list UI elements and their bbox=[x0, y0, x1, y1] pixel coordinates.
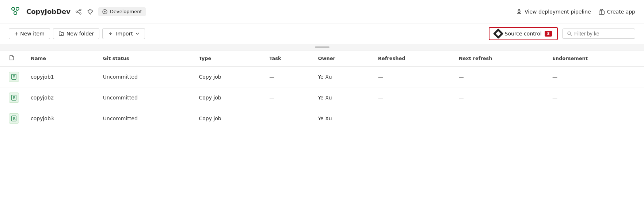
svg-point-6 bbox=[76, 11, 77, 12]
row-endorsement: — bbox=[546, 67, 644, 87]
toolbar: + New item New folder Import bbox=[0, 23, 644, 44]
svg-point-13 bbox=[104, 11, 106, 12]
row-type: Copy job bbox=[193, 87, 263, 108]
row-git-status: Uncommitted bbox=[97, 67, 193, 87]
col-git-status-label: Git status bbox=[103, 56, 129, 61]
svg-point-23 bbox=[568, 32, 571, 35]
svg-line-4 bbox=[15, 10, 18, 12]
col-refreshed-header[interactable]: Refreshed bbox=[372, 50, 453, 67]
row-owner: Ye Xu bbox=[312, 108, 372, 129]
items-table: Name Git status Type Task Owner Refreshe… bbox=[0, 50, 644, 129]
row-next-refresh: — bbox=[453, 87, 546, 108]
row-refreshed: — bbox=[372, 108, 453, 129]
copy-job-icon bbox=[11, 115, 17, 122]
row-next-refresh: — bbox=[453, 67, 546, 87]
row-refreshed: — bbox=[372, 87, 453, 108]
header-left: CopyJobDev De bbox=[9, 5, 146, 18]
chevron-down-icon bbox=[135, 31, 140, 36]
svg-line-9 bbox=[77, 12, 80, 13]
row-git-status: Uncommitted bbox=[97, 87, 193, 108]
col-next-refresh-header[interactable]: Next refresh bbox=[453, 50, 546, 67]
col-task-label: Task bbox=[269, 56, 281, 61]
row-endorsement: — bbox=[546, 87, 644, 108]
col-endorsement-label: Endorsement bbox=[552, 56, 588, 61]
create-app-label: Create app bbox=[607, 9, 635, 15]
workspace-badge[interactable]: Development bbox=[98, 7, 146, 16]
col-name-label: Name bbox=[31, 56, 46, 61]
svg-point-0 bbox=[12, 7, 15, 10]
new-item-button[interactable]: + New item bbox=[9, 28, 50, 39]
app-title: CopyJobDev bbox=[26, 8, 71, 15]
row-name[interactable]: copyjob1 bbox=[25, 67, 97, 87]
row-refreshed: — bbox=[372, 67, 453, 87]
row-icon-cell bbox=[0, 108, 25, 129]
row-task: — bbox=[263, 108, 312, 129]
view-deployment-label: View deployment pipeline bbox=[525, 9, 591, 15]
row-endorsement: — bbox=[546, 108, 644, 129]
row-next-refresh: — bbox=[453, 108, 546, 129]
col-task-header[interactable]: Task bbox=[263, 50, 312, 67]
create-app-link[interactable]: Create app bbox=[598, 8, 635, 15]
file-icon-header bbox=[9, 55, 15, 61]
new-folder-label: New folder bbox=[66, 31, 94, 37]
import-label: Import bbox=[116, 31, 133, 37]
import-button[interactable]: Import bbox=[102, 28, 145, 39]
row-name[interactable]: copyjob2 bbox=[25, 87, 97, 108]
rocket-icon bbox=[516, 8, 522, 15]
col-icon bbox=[0, 50, 25, 67]
new-item-label: + New item bbox=[14, 31, 45, 37]
item-icon bbox=[9, 72, 19, 82]
row-icon-cell bbox=[0, 67, 25, 87]
table-row[interactable]: copyjob2 Uncommitted Copy job — Ye Xu — … bbox=[0, 87, 644, 108]
row-git-status: Uncommitted bbox=[97, 108, 193, 129]
col-owner-label: Owner bbox=[318, 56, 335, 61]
source-control-badge: 3 bbox=[545, 31, 552, 37]
col-name-header[interactable]: Name bbox=[25, 50, 97, 67]
col-next-refresh-label: Next refresh bbox=[459, 56, 492, 61]
table-row[interactable]: copyjob1 Uncommitted Copy job — Ye Xu — … bbox=[0, 67, 644, 87]
header-right: View deployment pipeline Create app bbox=[516, 8, 635, 15]
workspace-label: Development bbox=[110, 9, 142, 14]
toolbar-right: Source control 3 bbox=[489, 27, 635, 40]
row-owner: Ye Xu bbox=[312, 87, 372, 108]
resize-handle[interactable] bbox=[315, 46, 329, 48]
share-icon[interactable] bbox=[75, 8, 82, 15]
row-task: — bbox=[263, 87, 312, 108]
logo-icon bbox=[9, 5, 22, 18]
gem-icon[interactable] bbox=[87, 8, 94, 15]
col-git-status-header[interactable]: Git status bbox=[97, 50, 193, 67]
import-icon bbox=[108, 31, 114, 37]
copy-job-icon bbox=[11, 73, 17, 80]
table-row[interactable]: copyjob3 Uncommitted Copy job — Ye Xu — … bbox=[0, 108, 644, 129]
col-owner-header[interactable]: Owner bbox=[312, 50, 372, 67]
svg-point-5 bbox=[80, 9, 81, 11]
new-folder-button[interactable]: New folder bbox=[53, 28, 100, 39]
source-control-button[interactable]: Source control 3 bbox=[489, 27, 558, 40]
item-icon bbox=[9, 113, 19, 124]
source-control-label: Source control bbox=[505, 31, 542, 37]
folder-icon bbox=[58, 31, 64, 37]
table-container: Name Git status Type Task Owner Refreshe… bbox=[0, 50, 644, 129]
copy-job-icon bbox=[11, 94, 17, 101]
filter-field[interactable] bbox=[574, 31, 625, 37]
resize-divider[interactable] bbox=[0, 44, 644, 50]
svg-point-7 bbox=[80, 13, 81, 14]
item-icon bbox=[9, 93, 19, 103]
row-icon-cell bbox=[0, 87, 25, 108]
filter-input-container[interactable] bbox=[562, 29, 635, 39]
deployment-badge-icon bbox=[102, 9, 108, 15]
svg-line-8 bbox=[77, 10, 80, 11]
col-refreshed-label: Refreshed bbox=[378, 56, 405, 61]
table-header-row: Name Git status Type Task Owner Refreshe… bbox=[0, 50, 644, 67]
toolbar-left: + New item New folder Import bbox=[9, 28, 145, 39]
view-deployment-link[interactable]: View deployment pipeline bbox=[516, 8, 591, 15]
svg-line-24 bbox=[571, 35, 572, 36]
svg-line-3 bbox=[13, 10, 15, 12]
svg-point-1 bbox=[16, 7, 19, 10]
svg-marker-10 bbox=[88, 9, 93, 14]
row-type: Copy job bbox=[193, 67, 263, 87]
col-endorsement-header[interactable]: Endorsement bbox=[546, 50, 644, 67]
col-type-header[interactable]: Type bbox=[193, 50, 263, 67]
app-header: CopyJobDev De bbox=[0, 0, 644, 23]
row-name[interactable]: copyjob3 bbox=[25, 108, 97, 129]
